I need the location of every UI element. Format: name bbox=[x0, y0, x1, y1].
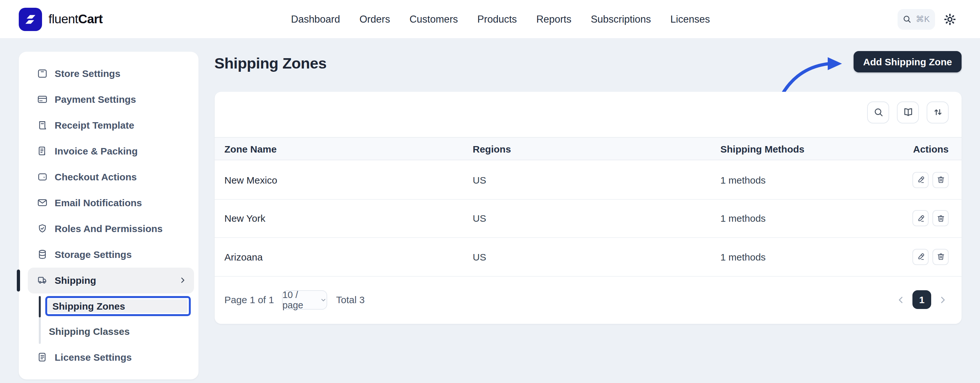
nav-dashboard[interactable]: Dashboard bbox=[291, 13, 340, 25]
credit-card-icon bbox=[37, 94, 48, 105]
column-header-regions: Regions bbox=[473, 143, 721, 154]
pencil-icon bbox=[916, 214, 925, 223]
wallet-icon bbox=[37, 171, 48, 182]
search-shortcut-label: ⌘K bbox=[916, 14, 929, 24]
chevron-down-icon bbox=[320, 296, 326, 304]
total-count-label: Total 3 bbox=[336, 294, 364, 305]
shipping-methods-cell: 1 methods bbox=[721, 213, 912, 224]
regions-cell: US bbox=[473, 251, 721, 262]
per-page-value: 10 / page bbox=[282, 289, 315, 310]
delete-zone-button[interactable] bbox=[932, 210, 949, 227]
app-window: fluentCart Dashboard Orders Customers Pr… bbox=[0, 0, 980, 383]
brand-logo[interactable]: fluentCart bbox=[19, 0, 102, 38]
table-columns-button[interactable] bbox=[897, 101, 919, 123]
sidebar-item-receipt-template[interactable]: Receipt Template bbox=[27, 112, 194, 138]
regions-cell: US bbox=[473, 213, 721, 224]
nav-subscriptions[interactable]: Subscriptions bbox=[591, 13, 651, 25]
page-number-button[interactable]: 1 bbox=[912, 291, 931, 309]
shipping-submenu: Shipping Zones Shipping Classes bbox=[27, 293, 194, 344]
nav-products[interactable]: Products bbox=[477, 13, 517, 25]
add-shipping-zone-button[interactable]: Add Shipping Zone bbox=[854, 51, 962, 72]
table-row: New York US 1 methods bbox=[214, 199, 962, 238]
settings-sidebar: Store Settings Payment Settings Receipt … bbox=[18, 52, 199, 380]
submenu-line bbox=[39, 317, 40, 343]
column-header-zone-name: Zone Name bbox=[224, 143, 473, 154]
pencil-icon bbox=[916, 175, 925, 184]
table-search-button[interactable] bbox=[867, 101, 889, 123]
edit-zone-button[interactable] bbox=[912, 249, 929, 265]
pencil-icon bbox=[916, 253, 925, 261]
table-toolbar bbox=[867, 101, 949, 123]
search-icon bbox=[873, 106, 884, 118]
store-icon bbox=[37, 68, 48, 79]
receipt-icon bbox=[37, 119, 48, 130]
zone-name-cell: New York bbox=[224, 213, 473, 224]
sidebar-item-shipping[interactable]: Shipping bbox=[27, 267, 194, 293]
book-open-icon bbox=[902, 106, 913, 118]
column-header-actions: Actions bbox=[913, 143, 949, 154]
truck-icon bbox=[37, 275, 48, 286]
theme-toggle-button[interactable] bbox=[942, 12, 957, 27]
sidebar-item-payment-settings[interactable]: Payment Settings bbox=[27, 86, 194, 112]
zone-name-cell: New Mexico bbox=[224, 175, 473, 186]
nav-reports[interactable]: Reports bbox=[536, 13, 572, 25]
search-icon bbox=[902, 14, 912, 24]
page-info-label: Page 1 of 1 bbox=[224, 294, 274, 305]
regions-cell: US bbox=[473, 175, 721, 186]
table-row: Arizoana US 1 methods bbox=[214, 238, 962, 277]
brand-name: fluentCart bbox=[48, 12, 102, 27]
invoice-icon bbox=[37, 145, 48, 156]
sort-arrows-icon bbox=[932, 106, 943, 118]
table-row: New Mexico US 1 methods bbox=[214, 161, 962, 199]
table-sort-button[interactable] bbox=[927, 101, 949, 123]
chevron-right-icon bbox=[178, 275, 188, 285]
table-header-row: Zone Name Regions Shipping Methods Actio… bbox=[214, 137, 962, 160]
shield-check-icon bbox=[37, 223, 48, 234]
edit-zone-button[interactable] bbox=[912, 172, 929, 188]
trash-icon bbox=[936, 214, 945, 223]
nav-orders[interactable]: Orders bbox=[360, 13, 390, 25]
nav-customers[interactable]: Customers bbox=[409, 13, 458, 25]
sidebar-item-roles-permissions[interactable]: Roles And Permissions bbox=[27, 216, 194, 242]
sidebar-item-license-settings[interactable]: License Settings bbox=[27, 344, 194, 370]
edit-zone-button[interactable] bbox=[912, 210, 929, 227]
fluentcart-logo-icon bbox=[19, 8, 42, 31]
prev-page-button[interactable] bbox=[895, 294, 907, 306]
column-header-shipping-methods: Shipping Methods bbox=[721, 143, 913, 154]
top-navbar: fluentCart Dashboard Orders Customers Pr… bbox=[0, 0, 980, 38]
shipping-methods-cell: 1 methods bbox=[721, 175, 912, 186]
sidebar-subitem-shipping-zones[interactable]: Shipping Zones bbox=[48, 299, 188, 313]
pagination-bar: Page 1 of 1 10 / page Total 3 1 bbox=[214, 276, 962, 324]
trash-icon bbox=[936, 175, 945, 184]
next-page-button[interactable] bbox=[937, 294, 949, 306]
trash-icon bbox=[936, 253, 945, 261]
global-search-button[interactable]: ⌘K bbox=[897, 9, 935, 29]
database-icon bbox=[37, 249, 48, 260]
shipping-methods-cell: 1 methods bbox=[721, 251, 912, 262]
sidebar-item-checkout-actions[interactable]: Checkout Actions bbox=[27, 164, 194, 190]
envelope-icon bbox=[37, 197, 48, 208]
sidebar-item-store-settings[interactable]: Store Settings bbox=[27, 60, 194, 86]
page-title: Shipping Zones bbox=[214, 55, 326, 72]
sidebar-item-storage-settings[interactable]: Storage Settings bbox=[27, 242, 194, 267]
nav-licenses[interactable]: Licenses bbox=[670, 13, 710, 25]
annotation-highlight-box: Shipping Zones bbox=[45, 296, 191, 316]
shipping-zones-card: Zone Name Regions Shipping Methods Actio… bbox=[214, 91, 962, 324]
zone-name-cell: Arizoana bbox=[224, 251, 473, 262]
sidebar-item-email-notifications[interactable]: Email Notifications bbox=[27, 190, 194, 216]
sidebar-item-invoice-packing[interactable]: Invoice & Packing bbox=[27, 138, 194, 164]
delete-zone-button[interactable] bbox=[932, 249, 949, 265]
delete-zone-button[interactable] bbox=[932, 172, 949, 188]
sun-icon bbox=[942, 12, 957, 27]
per-page-select[interactable]: 10 / page bbox=[282, 290, 327, 310]
submenu-active-line bbox=[39, 296, 40, 317]
license-document-icon bbox=[37, 352, 48, 362]
sidebar-subitem-shipping-classes[interactable]: Shipping Classes bbox=[49, 321, 130, 342]
top-nav-links: Dashboard Orders Customers Products Repo… bbox=[291, 0, 710, 38]
